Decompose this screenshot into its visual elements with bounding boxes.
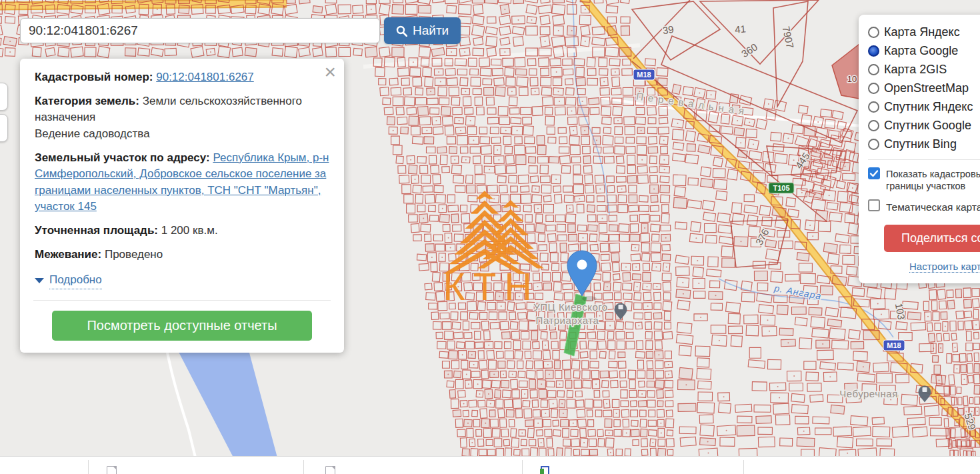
base-layer-radio-3[interactable]: OpenStreetMap [868, 79, 980, 97]
svg-text:КТН: КТН [443, 265, 539, 308]
overlay-label: Показать кадастровые границы участков [886, 167, 980, 192]
base-layer-radio-5[interactable]: Спутник Google [868, 116, 980, 135]
cadastral-number-row: Кадастровый номер: 90:12:041801:6267 [35, 69, 329, 86]
popup-divider [33, 300, 331, 301]
bottom-tab-3[interactable] [303, 457, 522, 474]
svg-text:УПЦ Киевского: УПЦ Киевского [533, 301, 607, 313]
parcel-info-popup: × Кадастровый номер: 90:12:041801:6267 К… [20, 59, 344, 353]
base-layer-radio-4[interactable]: Спутник Яндекс [868, 97, 980, 116]
base-layer-radio-2[interactable]: Карта 2GIS [868, 60, 980, 79]
search-button[interactable]: Найти [384, 17, 461, 44]
map-zoom-control [0, 83, 8, 145]
bottom-tab-4[interactable] [522, 457, 743, 474]
spreadsheet-icon [541, 466, 549, 474]
svg-text:41: 41 [734, 23, 746, 35]
svg-text:39: 39 [662, 23, 675, 36]
base-layer-label: Спутник Bing [884, 137, 957, 151]
base-layer-label: OpenStreetMap [884, 81, 969, 95]
svg-text:Т105: Т105 [773, 184, 789, 192]
radio-icon[interactable] [868, 101, 879, 113]
radio-icon[interactable] [868, 139, 879, 150]
svg-text:М18: М18 [637, 71, 651, 79]
area-row: Уточненная площадь: 1 200 кв.м. [35, 223, 329, 239]
area-label: Уточненная площадь: [35, 224, 158, 237]
land-use-value: Ведение садоводства [35, 127, 150, 140]
search-bar: Найти [20, 18, 461, 44]
area-value: 1 200 кв.м. [161, 224, 218, 237]
layers-panel: Карта ЯндексКарта GoogleКарта 2GISOpenSt… [859, 15, 980, 283]
search-button-label: Найти [413, 23, 449, 38]
cadastral-number-label: Кадастровый номер: [35, 71, 153, 83]
checkbox-checked-icon[interactable] [868, 167, 880, 179]
base-layer-label: Карта Google [884, 44, 958, 58]
bottom-tab-1[interactable] [0, 457, 88, 474]
bottom-tab-2[interactable] [88, 457, 303, 474]
base-layer-label: Карта Яндекс [884, 25, 960, 39]
zoom-out-button[interactable] [0, 114, 8, 142]
base-layer-radio-6[interactable]: Спутник Bing [868, 135, 980, 153]
cadastral-map-app: М18Т105М1839417907360445376103529КТНПере… [0, 0, 980, 474]
survey-value: Проведено [105, 248, 163, 261]
svg-text:Патриархата: Патриархата [536, 315, 599, 326]
view-reports-button[interactable]: Посмотреть доступные отчеты [52, 311, 312, 341]
panel-divider [868, 159, 980, 160]
base-layer-list: Карта ЯндексКарта GoogleКарта 2GISOpenSt… [868, 23, 980, 153]
close-icon[interactable]: × [324, 60, 336, 84]
details-toggle[interactable]: Подробно [35, 272, 329, 289]
svg-text:Чебуречная: Чебуречная [839, 388, 898, 399]
details-link[interactable]: Подробно [49, 272, 102, 289]
survey-row: Межевание: Проведено [35, 247, 329, 263]
document-icon [325, 466, 335, 474]
share-link-button[interactable]: Поделиться ссылкой [884, 225, 980, 252]
base-layer-label: Спутник Яндекс [884, 100, 973, 114]
tab-divider [743, 460, 744, 474]
radio-selected-icon[interactable] [868, 45, 879, 57]
overlay-checkbox-row-1[interactable]: Тематическая карта [868, 199, 980, 213]
radio-icon[interactable] [868, 27, 879, 38]
configure-map-link[interactable]: Настроить карту [909, 261, 980, 273]
radio-icon[interactable] [868, 64, 879, 75]
radio-icon[interactable] [868, 83, 879, 94]
checkbox-icon[interactable] [868, 199, 880, 211]
search-icon [396, 25, 407, 37]
survey-label: Межевание: [35, 248, 101, 261]
cadastral-number-link[interactable]: 90:12:041801:6267 [156, 71, 254, 83]
base-layer-label: Спутник Google [884, 119, 971, 133]
svg-text:10: 10 [847, 74, 857, 84]
overlay-label: Тематическая карта [886, 199, 980, 213]
land-category-row: Категория земель: Земли сельскохозяйстве… [35, 93, 329, 143]
svg-text:М18: М18 [887, 341, 901, 349]
search-input[interactable] [20, 18, 380, 43]
address-label: Земельный участок по адресу: [35, 151, 210, 164]
radio-icon[interactable] [868, 120, 879, 131]
base-layer-radio-1[interactable]: Карта Google [868, 41, 980, 60]
overlay-checkbox-row-0[interactable]: Показать кадастровые границы участков [868, 167, 980, 192]
base-layer-label: Карта 2GIS [884, 63, 947, 77]
caret-down-icon [35, 278, 44, 283]
overlay-list: Показать кадастровые границы участковТем… [868, 167, 980, 214]
document-icon [107, 466, 117, 474]
bottom-tab-bar [0, 456, 980, 474]
address-row: Земельный участок по адресу: Республика … [35, 150, 329, 216]
land-category-label: Категория земель: [35, 95, 139, 107]
zoom-in-button[interactable] [0, 83, 8, 111]
base-layer-radio-0[interactable]: Карта Яндекс [868, 23, 980, 41]
